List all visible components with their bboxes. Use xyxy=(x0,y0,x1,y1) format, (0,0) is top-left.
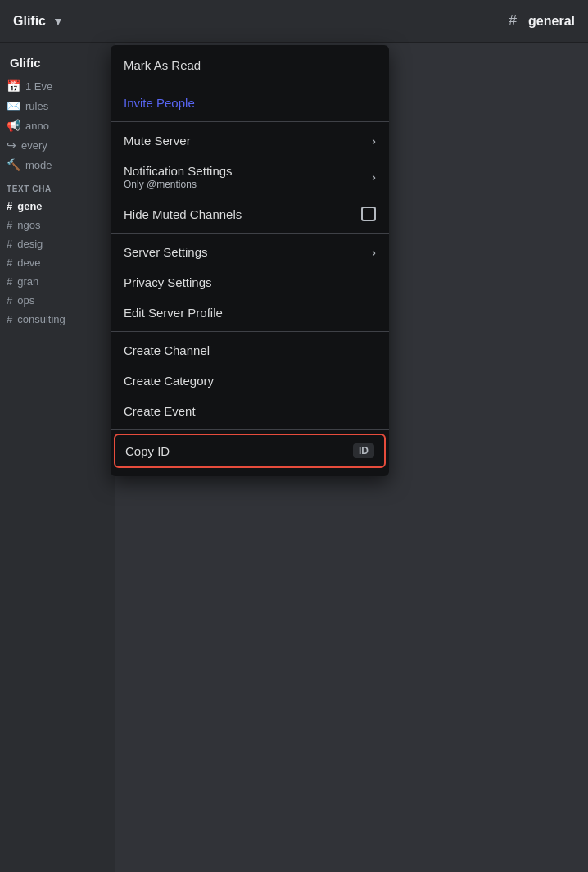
hash-icon: # xyxy=(7,200,12,212)
sidebar-channel-ops[interactable]: # ops xyxy=(0,291,115,310)
menu-item-edit-server-profile[interactable]: Edit Server Profile xyxy=(111,297,389,328)
menu-item-label: Create Event xyxy=(124,404,196,418)
server-name: Glific xyxy=(13,14,46,29)
sidebar: Glific 📅 1 Eve ✉️ rules 📢 anno ↪ every 🔨… xyxy=(0,43,115,872)
menu-item-notification-settings[interactable]: Notification Settings Only @mentions › xyxy=(111,156,389,198)
sidebar-channel-design[interactable]: # desig xyxy=(0,234,115,253)
menu-item-label: Copy ID xyxy=(125,444,170,458)
menu-item-create-event[interactable]: Create Event xyxy=(111,396,389,426)
menu-item-label: Mark As Read xyxy=(124,58,201,72)
menu-item-content: Notification Settings Only @mentions xyxy=(124,164,233,190)
dropdown-icon[interactable]: ▼ xyxy=(52,15,64,28)
sidebar-item-announce[interactable]: 📢 anno xyxy=(0,116,115,135)
announce-icon: 📢 xyxy=(7,119,20,132)
sidebar-item-mod[interactable]: 🔨 mode xyxy=(0,155,115,175)
sidebar-channel-dev[interactable]: # deve xyxy=(0,253,115,272)
menu-item-label: Create Channel xyxy=(124,343,210,357)
calendar-icon: 📅 xyxy=(7,79,20,93)
hash-icon: # xyxy=(7,313,12,325)
hash-icon: # xyxy=(7,275,12,288)
channel-name: general xyxy=(528,14,575,29)
menu-item-label: Privacy Settings xyxy=(124,275,212,289)
copy-id-wrapper: Copy ID ID xyxy=(114,434,386,468)
menu-item-label: Create Category xyxy=(124,374,214,388)
channel-label: ngos xyxy=(17,219,40,231)
text-channels-label: TEXT CHA xyxy=(0,175,115,197)
rules-icon: ✉️ xyxy=(7,99,20,112)
menu-item-copy-id[interactable]: Copy ID ID xyxy=(115,435,384,466)
channel-label: consulting xyxy=(17,313,66,325)
menu-item-mute-server[interactable]: Mute Server › xyxy=(111,125,389,156)
hash-icon: # xyxy=(7,219,12,231)
hash-icon: # xyxy=(509,12,517,30)
sidebar-item-label: mode xyxy=(25,159,52,171)
top-bar: Glific ▼ # general xyxy=(0,0,588,43)
menu-divider xyxy=(111,121,389,122)
id-badge: ID xyxy=(353,443,374,458)
menu-divider xyxy=(111,233,389,234)
channel-header: # general xyxy=(509,12,575,30)
menu-item-create-channel[interactable]: Create Channel xyxy=(111,335,389,366)
channel-label: desig xyxy=(17,238,43,250)
channel-label: gene xyxy=(17,200,42,212)
sidebar-item-label: rules xyxy=(25,100,48,112)
menu-item-label: Server Settings xyxy=(124,245,208,259)
sidebar-item-label: every xyxy=(21,139,47,152)
channel-label: deve xyxy=(17,257,40,269)
menu-divider xyxy=(111,84,389,84)
sidebar-item-events[interactable]: 📅 1 Eve xyxy=(0,76,115,96)
sidebar-channel-ngos[interactable]: # ngos xyxy=(0,216,115,234)
thread-icon: ↪ xyxy=(7,139,16,152)
mod-icon: 🔨 xyxy=(7,158,20,171)
menu-item-label: Edit Server Profile xyxy=(124,306,223,320)
menu-divider xyxy=(111,429,389,430)
menu-item-label: Hide Muted Channels xyxy=(124,207,242,221)
checkbox-icon[interactable] xyxy=(361,207,376,221)
menu-item-hide-muted[interactable]: Hide Muted Channels xyxy=(111,198,389,229)
sidebar-item-every[interactable]: ↪ every xyxy=(0,135,115,155)
chevron-right-icon: › xyxy=(372,170,376,184)
channel-label: ops xyxy=(17,294,34,307)
menu-item-subtitle: Only @mentions xyxy=(124,179,233,190)
chevron-right-icon: › xyxy=(372,246,376,259)
menu-item-invite-people[interactable]: Invite People xyxy=(111,88,389,118)
menu-item-server-settings[interactable]: Server Settings › xyxy=(111,237,389,267)
sidebar-channel-general[interactable]: # gene xyxy=(0,197,115,216)
id-badge-text: ID xyxy=(359,445,369,456)
chevron-right-icon: › xyxy=(372,134,376,148)
menu-item-privacy-settings[interactable]: Privacy Settings xyxy=(111,267,389,297)
hash-icon: # xyxy=(7,257,12,269)
menu-item-content: Mute Server xyxy=(124,134,191,148)
menu-item-label: Mute Server xyxy=(124,134,191,148)
sidebar-channel-grants[interactable]: # gran xyxy=(0,272,115,291)
menu-item-label: Notification Settings xyxy=(124,164,233,178)
sidebar-item-rules[interactable]: ✉️ rules xyxy=(0,96,115,116)
menu-divider xyxy=(111,331,389,332)
sidebar-item-label: 1 Eve xyxy=(25,80,52,93)
menu-item-mark-as-read[interactable]: Mark As Read xyxy=(111,50,389,80)
menu-item-label: Invite People xyxy=(124,96,195,110)
sidebar-item-label: anno xyxy=(25,120,49,132)
context-menu: Mark As Read Invite People Mute Server ›… xyxy=(111,45,389,476)
hash-icon: # xyxy=(7,294,12,307)
channel-label: gran xyxy=(17,275,38,288)
menu-item-create-category[interactable]: Create Category xyxy=(111,366,389,396)
sidebar-server-name[interactable]: Glific xyxy=(0,49,115,76)
sidebar-channel-consulting[interactable]: # consulting xyxy=(0,310,115,329)
hash-icon: # xyxy=(7,238,12,250)
